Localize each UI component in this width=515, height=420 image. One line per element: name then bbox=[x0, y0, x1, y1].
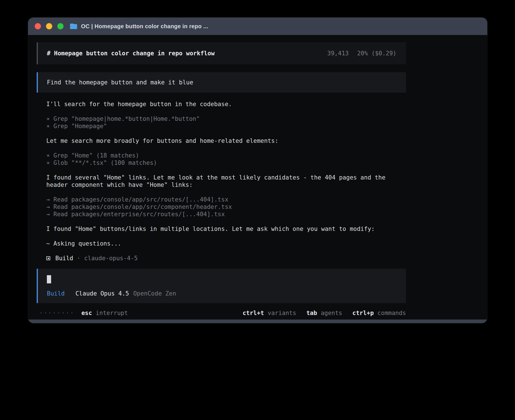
titlebar-title-group: OC | Homepage button color change in rep… bbox=[70, 23, 208, 30]
assistant-message: Let me search more broadly for buttons a… bbox=[46, 137, 396, 145]
hint-key: ctrl+p bbox=[352, 310, 374, 316]
hint-interrupt: escinterrupt bbox=[81, 309, 128, 317]
input-agent-label: Build bbox=[47, 290, 65, 297]
user-message-text: Find the homepage button and make it blu… bbox=[47, 79, 193, 86]
session-header: # Homepage button color change in repo w… bbox=[37, 42, 406, 64]
agent-model: claude-opus-4-5 bbox=[84, 255, 138, 262]
hint-commands: ctrl+pcommands bbox=[352, 309, 406, 317]
folder-icon bbox=[70, 23, 77, 29]
close-button[interactable] bbox=[35, 23, 41, 29]
square-in-square-icon bbox=[46, 256, 50, 260]
terminal-viewport[interactable]: # Homepage button color change in repo w… bbox=[28, 35, 487, 320]
hint-label: agents bbox=[321, 310, 342, 316]
hint-key: ctrl+t bbox=[243, 310, 264, 316]
tool-call-list: ∗ Grep "homepage|home.*button|Home.*butt… bbox=[46, 115, 396, 130]
hint-label: interrupt bbox=[96, 310, 128, 316]
session-content: # Homepage button color change in repo w… bbox=[37, 42, 406, 317]
right-hints: ctrl+tvariants tabagents ctrl+pcommands bbox=[243, 309, 406, 317]
hint-key: esc bbox=[81, 310, 92, 316]
titlebar[interactable]: OC | Homepage button color change in rep… bbox=[28, 18, 487, 35]
transcript: I'll search for the homepage button in t… bbox=[46, 100, 406, 262]
hint-variants: ctrl+tvariants bbox=[243, 309, 296, 317]
hint-agents: tabagents bbox=[306, 309, 342, 317]
prompt-input[interactable]: Build Claude Opus 4.5 OpenCode Zen bbox=[37, 269, 406, 303]
traffic-lights bbox=[35, 23, 64, 29]
session-stats: 39,413 20% ($0.29) bbox=[327, 50, 396, 57]
hint-label: variants bbox=[268, 310, 296, 316]
window-title: OC | Homepage button color change in rep… bbox=[81, 23, 208, 30]
assistant-message: I found "Home" buttons/links in multiple… bbox=[46, 225, 396, 233]
assistant-message: I found several "Home" links. Let me loo… bbox=[46, 174, 396, 189]
assistant-message: I'll search for the homepage button in t… bbox=[46, 100, 396, 108]
text-cursor bbox=[47, 275, 51, 283]
assistant-status-message: ~ Asking questions... bbox=[46, 240, 396, 247]
terminal-window: OC | Homepage button color change in rep… bbox=[28, 18, 487, 323]
session-title: # Homepage button color change in repo w… bbox=[47, 50, 215, 57]
tool-call-list: → Read packages/console/app/src/routes/[… bbox=[46, 196, 396, 218]
spinner-dots-icon: ········ bbox=[39, 309, 75, 317]
agent-status: Build · claude-opus-4-5 bbox=[46, 255, 406, 262]
token-count: 39,413 bbox=[327, 50, 349, 57]
input-meta: Build Claude Opus 4.5 OpenCode Zen bbox=[47, 290, 397, 297]
tool-call-list: ∗ Grep "Home" (18 matches) ∗ Glob "**/*.… bbox=[46, 152, 396, 167]
input-model-label: Claude Opus 4.5 bbox=[75, 290, 129, 297]
zoom-button[interactable] bbox=[57, 23, 64, 29]
hint-label: commands bbox=[377, 310, 406, 316]
minimize-button[interactable] bbox=[46, 23, 52, 29]
hint-key: tab bbox=[306, 310, 317, 316]
input-provider-label: OpenCode Zen bbox=[133, 290, 176, 297]
agent-name: Build bbox=[55, 255, 73, 262]
context-usage: 20% ($0.29) bbox=[357, 50, 396, 57]
agent-separator: · bbox=[77, 255, 80, 262]
status-bar: ········ escinterrupt ctrl+tvariants tab… bbox=[37, 309, 406, 317]
user-message: Find the homepage button and make it blu… bbox=[37, 72, 406, 93]
desktop: { "window": { "title": "OC | Homepage bu… bbox=[0, 0, 515, 420]
